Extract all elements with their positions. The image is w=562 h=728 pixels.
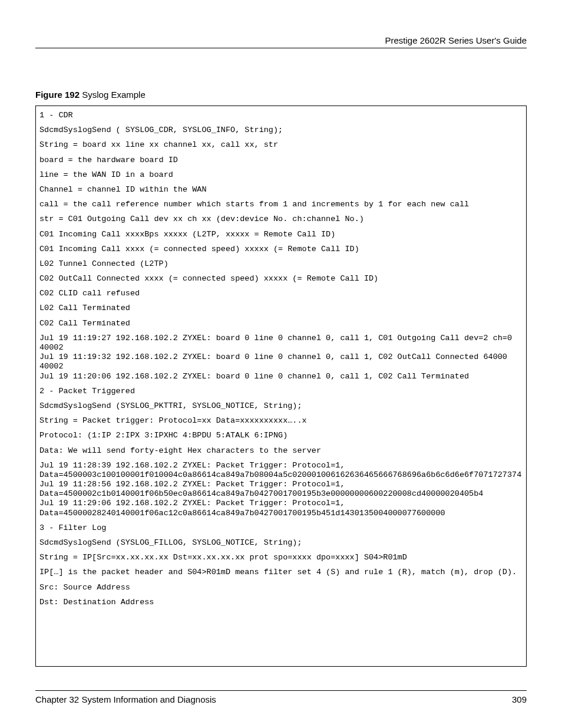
code-line: Dst: Destination Address bbox=[39, 598, 523, 607]
code-line: SdcmdSyslogSend ( SYSLOG_CDR, SYSLOG_INF… bbox=[39, 126, 523, 135]
code-line: C02 CLID call refused bbox=[39, 289, 523, 298]
figure-caption: Figure 192 Syslog Example bbox=[35, 90, 527, 100]
code-line: C02 Call Terminated bbox=[39, 319, 523, 328]
code-line: C01 Incoming Call xxxxBps xxxxx (L2TP, x… bbox=[39, 230, 523, 239]
header-title: Prestige 2602R Series User's Guide bbox=[35, 35, 527, 45]
code-line: IP[…] is the packet header and S04>R01mD… bbox=[39, 568, 523, 577]
code-line: String = Packet trigger: Protocol=xx Dat… bbox=[39, 416, 523, 426]
code-line: str = C01 Outgoing Call dev xx ch xx (de… bbox=[39, 215, 523, 224]
code-line: C02 OutCall Connected xxxx (= connected … bbox=[39, 274, 523, 284]
code-line: line = the WAN ID in a board bbox=[39, 170, 523, 180]
code-line: String = IP[Src=xx.xx.xx.xx Dst=xx.xx.xx… bbox=[39, 553, 523, 562]
code-line: SdcmdSyslogSend (SYSLOG_PKTTRI, SYSLOG_N… bbox=[39, 401, 523, 411]
page-footer: Chapter 32 System Information and Diagno… bbox=[35, 690, 527, 704]
code-line: L02 Tunnel Connected (L2TP) bbox=[39, 259, 523, 269]
code-line: 3 - Filter Log bbox=[39, 523, 523, 533]
code-line: 1 - CDR bbox=[39, 111, 523, 120]
code-line: 2 - Packet Triggered bbox=[39, 387, 523, 396]
code-line: L02 Call Terminated bbox=[39, 304, 523, 313]
code-example-box: 1 - CDRSdcmdSyslogSend ( SYSLOG_CDR, SYS… bbox=[35, 106, 527, 667]
code-line: Protocol: (1:IP 2:IPX 3:IPXHC 4:BPDU 5:A… bbox=[39, 431, 523, 440]
code-line: Src: Source Address bbox=[39, 583, 523, 592]
footer-chapter: Chapter 32 System Information and Diagno… bbox=[35, 694, 216, 704]
code-line: board = the hardware board ID bbox=[39, 156, 523, 165]
code-line: String = board xx line xx channel xx, ca… bbox=[39, 140, 523, 150]
code-line: Channel = channel ID within the WAN bbox=[39, 185, 523, 195]
code-line: SdcmdSyslogSend (SYSLOG_FILLOG, SYSLOG_N… bbox=[39, 538, 523, 548]
figure-label-bold: Figure 192 bbox=[35, 90, 80, 100]
code-line: Jul 19 11:19:27 192.168.102.2 ZYXEL: boa… bbox=[39, 334, 523, 381]
code-line: Data: We will send forty-eight Hex chara… bbox=[39, 446, 523, 456]
code-line: C01 Incoming Call xxxx (= connected spee… bbox=[39, 245, 523, 254]
header-rule: Prestige 2602R Series User's Guide bbox=[35, 35, 527, 48]
footer-page-number: 309 bbox=[512, 694, 527, 704]
code-line: call = the call reference number which s… bbox=[39, 200, 523, 209]
figure-label-rest: Syslog Example bbox=[80, 90, 146, 100]
code-line: Jul 19 11:28:39 192.168.102.2 ZYXEL: Pac… bbox=[39, 461, 523, 518]
